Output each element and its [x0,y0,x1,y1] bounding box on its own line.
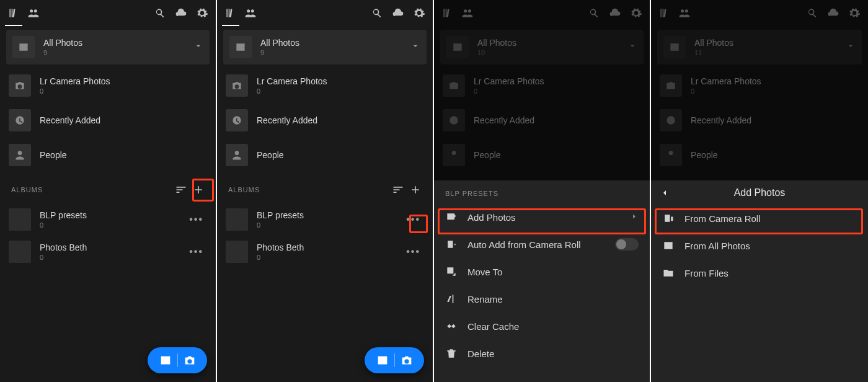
sheet-title: Add Photos [675,187,844,198]
albums-header: ALBUMS [0,172,216,203]
menu-from-camera-roll[interactable]: From Camera Roll [651,205,868,232]
sort-icon[interactable] [389,181,407,198]
cloud-icon[interactable] [389,4,407,22]
topbar [0,0,216,26]
search-icon[interactable] [585,4,603,22]
gear-icon[interactable] [410,4,428,22]
topbar [217,0,433,26]
lr-camera-count: 0 [691,87,761,95]
people-icon[interactable] [676,4,693,22]
menu-auto-add[interactable]: Auto Add from Camera Roll [434,231,650,258]
lr-camera-count: 0 [257,87,327,95]
collection-lr-camera[interactable]: Lr Camera Photos 0 [651,68,868,103]
album-thumbnail [226,208,248,231]
collection-all-photos[interactable]: All Photos 11 [657,30,862,64]
sheet-nav-header: Add Photos [651,181,868,205]
gear-icon[interactable] [627,4,645,22]
album-title: BLP presets [257,210,304,220]
menu-add-photos[interactable]: Add Photos [434,203,650,231]
people-icon[interactable] [242,4,259,22]
search-icon[interactable] [804,4,821,22]
auto-add-toggle[interactable] [615,238,639,251]
people-icon[interactable] [25,4,42,22]
album-more-button[interactable]: ••• [185,211,207,228]
recently-added-label: Recently Added [691,115,751,125]
album-title: Photos Beth [40,242,87,252]
album-blp-presets[interactable]: BLP presets 0 ••• [217,203,433,236]
menu-from-all-photos[interactable]: From All Photos [651,232,868,259]
collection-lr-camera[interactable]: Lr Camera Photos 0 [434,68,650,103]
menu-from-files[interactable]: From Files [651,259,868,286]
chevron-down-icon [193,41,203,53]
menu-clear-cache[interactable]: Clear Cache [434,313,650,340]
add-album-button[interactable] [407,181,424,198]
menu-rename[interactable]: Rename [434,285,650,313]
library-icon[interactable] [439,4,456,22]
collection-people[interactable]: People [217,138,433,172]
fab-add-camera[interactable] [365,347,424,373]
lr-camera-label: Lr Camera Photos [474,76,544,86]
all-photos-label: All Photos [260,38,299,48]
collection-all-photos[interactable]: All Photos 10 [440,30,644,64]
collection-recently-added[interactable]: Recently Added [217,103,433,138]
menu-label: Clear Cache [467,321,519,332]
album-count: 0 [40,221,87,229]
gear-icon[interactable] [846,4,863,22]
back-button[interactable] [660,188,675,198]
album-count: 0 [257,221,304,229]
album-photos-beth[interactable]: Photos Beth 0 ••• [217,236,433,268]
album-more-button[interactable]: ••• [402,244,424,260]
albums-header: ALBUMS [217,172,433,203]
add-album-button[interactable] [190,181,207,198]
cloud-icon[interactable] [825,4,842,22]
screen-add-photos: All Photos 11 Lr Camera Photos 0 Recentl… [651,0,868,382]
library-icon[interactable] [5,4,22,22]
collection-recently-added[interactable]: Recently Added [0,103,216,138]
album-thumbnail [226,241,248,263]
recently-added-label: Recently Added [257,115,317,125]
collection-all-photos[interactable]: All Photos 9 [223,30,427,64]
album-photos-beth[interactable]: Photos Beth 0 ••• [0,236,216,268]
albums-header-label: ALBUMS [11,186,43,193]
search-icon[interactable] [151,4,169,22]
collection-lr-camera[interactable]: Lr Camera Photos 0 [217,68,433,103]
menu-move-to[interactable]: Move To [434,258,650,285]
screen-album-sheet: All Photos 10 Lr Camera Photos 0 Recentl… [434,0,651,382]
recently-added-label: Recently Added [474,115,534,125]
collection-all-photos[interactable]: All Photos 9 [6,30,210,64]
album-count: 0 [40,254,87,261]
add-photos-sheet: Add Photos From Camera Roll From All Pho… [651,181,868,382]
collection-people[interactable]: People [651,138,868,172]
collection-people[interactable]: People [0,138,216,172]
album-thumbnail [9,208,31,231]
all-photos-count: 9 [260,49,299,56]
cloud-icon[interactable] [606,4,624,22]
album-title: BLP presets [40,210,87,220]
album-more-button[interactable]: ••• [185,244,207,260]
topbar [651,0,868,26]
gear-icon[interactable] [193,4,211,22]
topbar [434,0,650,26]
menu-label: From All Photos [684,241,750,251]
menu-delete[interactable]: Delete [434,340,650,367]
recently-added-label: Recently Added [40,115,100,125]
collection-recently-added[interactable]: Recently Added [434,103,650,138]
lr-camera-count: 0 [40,87,110,95]
search-icon[interactable] [368,4,386,22]
sort-icon[interactable] [172,181,190,198]
lr-camera-label: Lr Camera Photos [40,76,110,86]
menu-label: Rename [467,294,503,304]
album-blp-presets[interactable]: BLP presets 0 ••• [0,203,216,236]
collection-people[interactable]: People [434,138,650,172]
menu-label: Auto Add from Camera Roll [467,239,581,250]
album-more-button[interactable]: ••• [402,211,424,228]
cloud-icon[interactable] [172,4,190,22]
collection-recently-added[interactable]: Recently Added [651,103,868,138]
fab-add-camera[interactable] [148,347,207,373]
collection-lr-camera[interactable]: Lr Camera Photos 0 [0,68,216,103]
library-icon[interactable] [222,4,239,22]
people-icon[interactable] [459,4,476,22]
library-icon[interactable] [656,4,673,22]
album-thumbnail [9,241,31,263]
people-label: People [691,150,718,160]
